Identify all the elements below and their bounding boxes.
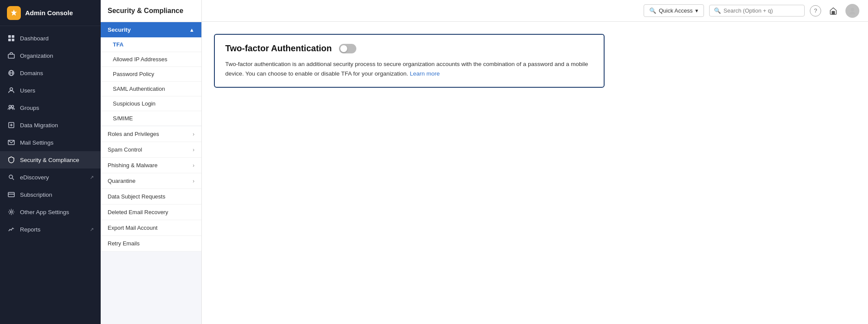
- security-section-label: Security: [108, 26, 131, 33]
- sidebar-item-quarantine[interactable]: Quarantine ›: [101, 173, 201, 189]
- sidebar-item-label: Security & Compliance: [20, 157, 79, 163]
- quick-access-label: Quick Access: [659, 7, 693, 14]
- sidebar-item-mail-settings[interactable]: Mail Settings: [0, 134, 101, 151]
- tfa-card: Two-factor Authentication Two-factor aut…: [214, 34, 605, 88]
- home-icon[interactable]: [827, 5, 839, 17]
- sidebar-item-domains[interactable]: Domains: [0, 64, 101, 82]
- sidebar-item-security-compliance[interactable]: Security & Compliance: [0, 151, 101, 169]
- sidebar-item-data-migration[interactable]: Data Migration: [0, 116, 101, 134]
- subscription-icon: [7, 190, 16, 199]
- data-migration-icon: [7, 121, 16, 129]
- sidebar-item-groups[interactable]: Groups: [0, 99, 101, 116]
- sidebar-item-phishing-malware[interactable]: Phishing & Malware ›: [101, 158, 201, 173]
- sidebar-item-spam-control[interactable]: Spam Control ›: [101, 142, 201, 158]
- external-link-icon: ↗: [90, 227, 94, 232]
- svg-rect-2: [8, 39, 11, 41]
- sidebar-item-organization[interactable]: Organization: [0, 47, 101, 64]
- security-section-header[interactable]: Security ▲: [101, 22, 201, 37]
- help-icon[interactable]: ?: [810, 5, 821, 17]
- security-section: Security ▲ TFA Allowed IP Addresses Pass…: [101, 22, 201, 126]
- chevron-right-icon: ›: [193, 178, 194, 184]
- sidebar-item-ediscovery[interactable]: eDiscovery ↗: [0, 169, 101, 186]
- organization-icon: [7, 51, 16, 60]
- svg-rect-15: [8, 192, 14, 197]
- sidebar-item-saml-auth[interactable]: SAML Authentication: [101, 82, 201, 96]
- svg-point-8: [10, 88, 13, 90]
- groups-icon: [7, 103, 16, 112]
- saml-auth-label: SAML Authentication: [113, 86, 165, 92]
- sidebar-item-label: Domains: [20, 70, 43, 76]
- domains-icon: [7, 69, 16, 77]
- tfa-toggle[interactable]: [339, 44, 356, 53]
- dashboard-icon: [7, 34, 16, 43]
- topbar-icons: ?: [810, 4, 859, 18]
- chevron-right-icon: ›: [193, 147, 194, 153]
- svg-rect-1: [12, 35, 14, 38]
- quarantine-label: Quarantine: [108, 178, 135, 184]
- app-title: Admin Console: [25, 9, 73, 17]
- sidebar-item-subscription[interactable]: Subscription: [0, 186, 101, 203]
- sidebar: Admin Console Dashboard Organization Dom…: [0, 0, 101, 324]
- svg-rect-0: [8, 35, 11, 38]
- sidebar-item-password-policy[interactable]: Password Policy: [101, 67, 201, 82]
- smime-label: S/MIME: [113, 115, 133, 122]
- mail-icon: [7, 138, 16, 147]
- sidebar-item-users[interactable]: Users: [0, 82, 101, 99]
- retry-emails-label: Retry Emails: [108, 240, 140, 247]
- tfa-header: Two-factor Authentication: [225, 43, 593, 53]
- sidebar-item-other-app-settings[interactable]: Other App Settings: [0, 203, 101, 221]
- avatar[interactable]: [845, 4, 859, 18]
- search-input[interactable]: [723, 7, 800, 14]
- roles-privileges-label: Roles and Privileges: [108, 131, 159, 137]
- sidebar-item-dashboard[interactable]: Dashboard: [0, 30, 101, 47]
- svg-rect-18: [832, 11, 835, 14]
- sidebar-item-allowed-ip[interactable]: Allowed IP Addresses: [101, 52, 201, 67]
- learn-more-link[interactable]: Learn more: [410, 70, 440, 77]
- sidebar-item-retry-emails[interactable]: Retry Emails: [101, 236, 201, 251]
- sidebar-item-roles-privileges[interactable]: Roles and Privileges ›: [101, 126, 201, 142]
- middle-panel: Security & Compliance Security ▲ TFA All…: [101, 0, 202, 324]
- sidebar-header: Admin Console: [0, 0, 101, 26]
- sidebar-item-export-mail-account[interactable]: Export Mail Account: [101, 220, 201, 236]
- password-policy-label: Password Policy: [113, 71, 154, 77]
- ediscovery-icon: [7, 173, 16, 182]
- reports-icon: [7, 225, 16, 234]
- sidebar-item-suspicious-login[interactable]: Suspicious Login: [101, 96, 201, 111]
- chevron-up-icon: ▲: [189, 27, 194, 33]
- sidebar-item-smime[interactable]: S/MIME: [101, 111, 201, 126]
- data-subject-requests-label: Data Subject Requests: [108, 193, 165, 200]
- external-link-icon: ↗: [90, 175, 94, 180]
- sidebar-item-data-subject-requests[interactable]: Data Subject Requests: [101, 189, 201, 205]
- settings-icon: [7, 208, 16, 216]
- toggle-thumb: [340, 45, 347, 52]
- users-icon: [7, 86, 16, 95]
- sidebar-item-label: Reports: [20, 226, 40, 233]
- toggle-track[interactable]: [339, 44, 356, 53]
- sidebar-item-deleted-email-recovery[interactable]: Deleted Email Recovery: [101, 205, 201, 220]
- svg-rect-4: [8, 54, 14, 58]
- export-mail-account-label: Export Mail Account: [108, 225, 158, 231]
- phishing-malware-label: Phishing & Malware: [108, 162, 158, 169]
- content-area: Two-factor Authentication Two-factor aut…: [202, 22, 868, 324]
- sidebar-item-label: Users: [20, 87, 35, 94]
- svg-line-14: [13, 179, 14, 180]
- middle-panel-title: Security & Compliance: [101, 0, 201, 22]
- sidebar-nav: Dashboard Organization Domains Users: [0, 26, 101, 324]
- main-content: 🔍 Quick Access ▾ 🔍 ? Two-factor Authenti…: [202, 0, 868, 324]
- sidebar-item-label: eDiscovery: [20, 174, 49, 181]
- sidebar-item-reports[interactable]: Reports ↗: [0, 221, 101, 238]
- security-icon: [7, 155, 16, 164]
- svg-point-9: [9, 106, 11, 108]
- search-icon: 🔍: [649, 7, 656, 14]
- chevron-right-icon: ›: [193, 162, 194, 169]
- search-box[interactable]: 🔍: [709, 5, 805, 17]
- tfa-title: Two-factor Authentication: [225, 43, 332, 53]
- allowed-ip-label: Allowed IP Addresses: [113, 56, 168, 63]
- tfa-description: Two-factor authentication is an addition…: [225, 60, 593, 78]
- sidebar-item-tfa[interactable]: TFA: [101, 37, 201, 52]
- sidebar-item-label: Data Migration: [20, 122, 58, 129]
- sidebar-item-label: Subscription: [20, 192, 52, 198]
- tfa-label: TFA: [113, 41, 124, 48]
- quick-access-button[interactable]: 🔍 Quick Access ▾: [644, 4, 704, 17]
- svg-point-19: [851, 8, 854, 11]
